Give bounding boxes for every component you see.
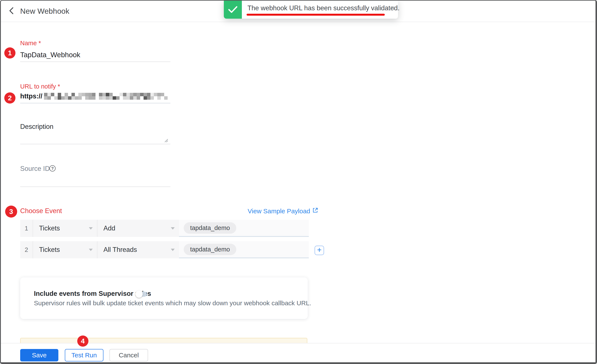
- toggle-knob: [135, 290, 143, 298]
- chevron-down-icon: [171, 227, 175, 230]
- annotation-underline: [247, 14, 385, 16]
- required-asterisk: *: [58, 83, 60, 90]
- toast-message: The webhook URL has been successfully va…: [247, 4, 400, 12]
- step-badge-4: 4: [77, 335, 88, 347]
- value-chip[interactable]: tapdata_demo: [184, 222, 236, 234]
- chevron-down-icon: [89, 249, 93, 251]
- toast-body: The webhook URL has been successfully va…: [242, 1, 398, 19]
- page-title: New Webhook: [20, 7, 69, 15]
- success-check-icon: [224, 1, 242, 19]
- event-row-number: 1: [20, 220, 33, 237]
- event-value-cell[interactable]: tapdata_demo: [179, 241, 309, 258]
- step-badge-2: 2: [4, 92, 16, 104]
- success-toast: The webhook URL has been successfully va…: [224, 1, 398, 19]
- supervisor-rules-card: Include events from Supervisor rules Sup…: [20, 277, 308, 319]
- description-textarea[interactable]: [20, 131, 170, 144]
- choose-event-label: Choose Event: [20, 207, 62, 215]
- source-id-underline: [20, 187, 170, 187]
- event-row-number: 2: [20, 241, 33, 258]
- url-input[interactable]: https://: [20, 91, 169, 102]
- event-type-select[interactable]: All Threads: [97, 241, 179, 258]
- chevron-down-icon: [89, 227, 93, 230]
- supervisor-rules-description: Supervisor rules will bulk update ticket…: [34, 299, 311, 307]
- help-icon[interactable]: ?: [49, 165, 55, 172]
- close-icon[interactable]: ×: [390, 4, 395, 11]
- test-run-button[interactable]: Test Run: [65, 349, 103, 361]
- event-type-select[interactable]: Add: [97, 220, 179, 237]
- step-badge-1: 1: [4, 47, 16, 59]
- step-badge-3: 3: [5, 205, 17, 218]
- app-window: New Webhook The webhook URL has been suc…: [0, 0, 597, 364]
- source-id-label: Source ID: [20, 165, 50, 173]
- description-label: Description: [20, 123, 54, 130]
- event-value-cell[interactable]: tapdata_demo: [179, 220, 309, 237]
- chevron-left-icon: [8, 7, 15, 16]
- back-button[interactable]: [7, 6, 16, 16]
- module-select[interactable]: Tickets: [33, 241, 97, 258]
- event-row: 1 Tickets Add tapdata_demo: [20, 220, 309, 237]
- name-input[interactable]: TapData_Webhook: [20, 51, 80, 59]
- event-row: 2 Tickets All Threads tapdata_demo: [20, 241, 309, 258]
- required-asterisk: *: [39, 40, 41, 46]
- add-event-row-button[interactable]: +: [314, 246, 324, 255]
- redacted-url-pixelation: [43, 91, 169, 101]
- supervisor-rules-toggle[interactable]: [136, 292, 147, 297]
- name-input-underline: [20, 61, 170, 62]
- save-button[interactable]: Save: [20, 349, 58, 361]
- url-label: URL to notify *: [20, 83, 60, 90]
- footer-bar: Save Test Run Cancel: [1, 343, 596, 362]
- view-sample-payload-link[interactable]: View Sample Payload: [248, 207, 318, 215]
- resize-handle-icon[interactable]: [164, 138, 168, 144]
- module-select[interactable]: Tickets: [33, 220, 97, 237]
- external-link-icon: [312, 207, 318, 215]
- chevron-down-icon: [171, 249, 175, 251]
- value-chip[interactable]: tapdata_demo: [184, 244, 236, 255]
- url-input-underline: [20, 103, 170, 103]
- description-underline: [20, 144, 170, 144]
- url-prefix: https://: [20, 92, 42, 100]
- name-label: Name *: [20, 40, 41, 47]
- supervisor-rules-title: Include events from Supervisor rules: [34, 290, 151, 297]
- cancel-button[interactable]: Cancel: [110, 349, 148, 361]
